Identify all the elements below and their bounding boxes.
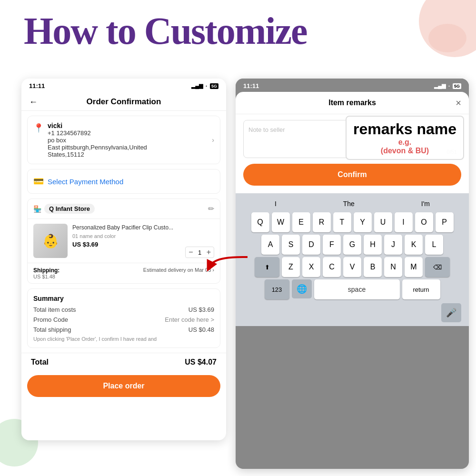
store-edit-icon-left[interactable]: ✏	[208, 204, 214, 213]
suggestion-the[interactable]: The	[339, 199, 358, 208]
key-t[interactable]: T	[333, 212, 351, 232]
place-order-button[interactable]: Place order	[27, 375, 220, 397]
right-phone-screenshot: 11:11 ▂▄▆ ⬝ 5G ← Order Confirmation 📍 vi…	[236, 79, 469, 469]
key-f[interactable]: F	[323, 235, 341, 255]
shipping-right: Estimated delivery on Mar 03 ›	[143, 267, 214, 279]
modal-confirm-button[interactable]: Confirm	[243, 164, 461, 186]
summary-note-left: Upon clicking 'Place Order', I confirm I…	[33, 336, 214, 342]
key-space[interactable]: space	[314, 279, 400, 299]
summary-row-promo: Promo Code Enter code here >	[33, 316, 214, 323]
key-j[interactable]: J	[384, 235, 402, 255]
left-header-title: Order Confirmation	[87, 97, 161, 107]
key-q[interactable]: Q	[251, 212, 269, 232]
address-phone-left: +1 1234567892	[48, 129, 214, 137]
left-phone-screenshot: 11:11 ▂▄▆ ⬝ 5G ← Order Confirmation 📍 vi…	[21, 79, 226, 440]
key-p[interactable]: P	[436, 212, 454, 232]
key-123[interactable]: 123	[265, 279, 289, 299]
qty-minus-left[interactable]: −	[188, 248, 193, 257]
address-section-left[interactable]: 📍 vicki +1 1234567892 po box East pittsb…	[27, 116, 220, 164]
remarks-name-overlay: remarks name e.g. (devon & BU)	[346, 116, 464, 160]
modal-title: Item remarks	[328, 99, 376, 107]
product-details-left: Personalized Baby Pacifier Clip Custo...…	[72, 224, 180, 258]
summary-item-label: Total item costs	[33, 306, 76, 313]
address-state-left: States,15112	[48, 151, 214, 158]
remarks-eg-text: e.g.	[353, 138, 456, 147]
shipping-label-left: Shipping:	[33, 267, 60, 274]
key-s[interactable]: S	[282, 235, 300, 255]
product-image-left: 👶	[33, 224, 68, 258]
suggestion-i[interactable]: I	[271, 199, 280, 208]
key-y[interactable]: Y	[354, 212, 372, 232]
microphone-icon-key[interactable]: 🎤	[441, 303, 461, 322]
5g-badge: 5G	[210, 83, 218, 89]
address-name-left: vicki	[48, 122, 214, 129]
globe-icon-key[interactable]: 🌐	[292, 279, 312, 298]
key-r[interactable]: R	[313, 212, 331, 232]
summary-item-value: US $3.69	[188, 306, 214, 313]
key-shift[interactable]: ⬆	[255, 257, 279, 277]
key-d[interactable]: D	[302, 235, 320, 255]
product-price-left: US $3.69	[72, 241, 180, 248]
key-n[interactable]: N	[384, 257, 402, 277]
key-i[interactable]: I	[395, 212, 413, 232]
modal-placeholder: Note to seller	[248, 126, 285, 133]
modal-header: Item remarks ×	[236, 92, 469, 114]
keyboard-row-2: A S D F G H J K L	[238, 235, 467, 255]
summary-title-left: Summary	[33, 295, 214, 302]
payment-section-left[interactable]: 💳 Select Payment Method	[27, 169, 220, 194]
store-section-left: 🏪 Q Infant Store ✏ 👶 Personalized Baby P…	[27, 198, 220, 284]
estimated-delivery-left: Estimated delivery on Mar 03	[143, 267, 211, 273]
remarks-eg-example: (devon & BU)	[353, 147, 456, 155]
signal-icon: ▂▄▆	[191, 83, 203, 89]
key-e[interactable]: E	[292, 212, 310, 232]
store-name-wrap: 🏪 Q Infant Store	[33, 204, 95, 214]
keyboard-row-1: Q W E R T Y U I O P	[238, 212, 467, 232]
key-a[interactable]: A	[261, 235, 279, 255]
key-h[interactable]: H	[364, 235, 382, 255]
key-w[interactable]: W	[272, 212, 290, 232]
deco-ellipse-top-right2	[428, 24, 466, 52]
key-return[interactable]: return	[402, 279, 440, 299]
status-time-right: 11:11	[243, 82, 259, 89]
suggestion-im[interactable]: I'm	[417, 199, 434, 208]
address-chevron-left: ›	[212, 136, 214, 144]
key-k[interactable]: K	[405, 235, 423, 255]
product-name-left: Personalized Baby Pacifier Clip Custo...	[72, 224, 180, 232]
mic-row: 🎤	[238, 301, 467, 324]
key-m[interactable]: M	[405, 257, 423, 277]
left-phone-header: ← Order Confirmation	[21, 93, 226, 111]
back-button-left[interactable]: ←	[29, 97, 38, 107]
store-name-left: Q Infant Store	[44, 204, 95, 214]
product-image-placeholder: 👶	[33, 224, 68, 258]
key-z[interactable]: Z	[282, 257, 300, 277]
keyboard-suggestions: I The I'm	[238, 197, 467, 212]
keyboard-row-3: ⬆ Z X C V B N M ⌫	[238, 257, 467, 277]
keyboard-bottom-row: 123 🌐 space return	[238, 279, 467, 299]
modal-close-button[interactable]: ×	[456, 98, 461, 109]
key-x[interactable]: X	[302, 257, 320, 277]
key-l[interactable]: L	[425, 235, 443, 255]
key-v[interactable]: V	[343, 257, 361, 277]
payment-text-left: Select Payment Method	[48, 178, 123, 186]
status-bar-left: 11:11 ▂▄▆ ⬝ 5G	[21, 79, 226, 93]
key-o[interactable]: O	[415, 212, 433, 232]
status-icons-left: ▂▄▆ ⬝ 5G	[191, 83, 218, 89]
store-icon-left: 🏪	[33, 205, 41, 213]
address-content-left: vicki +1 1234567892 po box East pittsbur…	[48, 122, 214, 158]
summary-shipping-label: Total shipping	[33, 326, 71, 333]
qty-value-left: 1	[196, 249, 204, 256]
5g-badge-right: 5G	[453, 83, 461, 89]
key-g[interactable]: G	[343, 235, 361, 255]
payment-icon-left: 💳	[33, 176, 44, 187]
store-header-left: 🏪 Q Infant Store ✏	[28, 199, 220, 219]
key-b[interactable]: B	[364, 257, 382, 277]
key-u[interactable]: U	[374, 212, 392, 232]
summary-section-left: Summary Total item costs US $3.69 Promo …	[27, 288, 220, 348]
status-bar-right: 11:11 ▂▄▆ ⬝ 5G	[236, 79, 469, 93]
location-icon-left: 📍	[33, 123, 44, 133]
summary-promo-value[interactable]: Enter code here >	[165, 316, 214, 323]
key-c[interactable]: C	[323, 257, 341, 277]
keyboard: I The I'm Q W E R T Y U I O P A S D	[236, 193, 469, 326]
key-delete[interactable]: ⌫	[425, 257, 450, 277]
shipping-left: Shipping: US $1.48	[33, 267, 60, 279]
